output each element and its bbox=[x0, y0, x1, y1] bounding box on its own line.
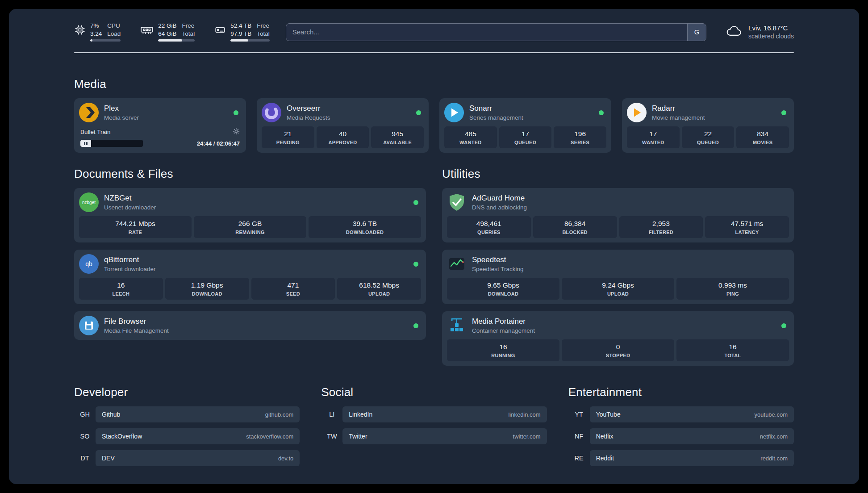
disk-total-label: Total bbox=[257, 30, 270, 37]
search-bar: G bbox=[286, 23, 706, 41]
bookmark-twitter[interactable]: TW Twitter twitter.com bbox=[321, 428, 547, 444]
resource-widgets: 7% 3.24 CPU Load bbox=[74, 22, 270, 42]
bookmark-url: twitter.com bbox=[513, 433, 541, 440]
stat-label: STOPPED bbox=[563, 353, 672, 358]
bookmark-stackoverflow[interactable]: SO StackOverflow stackoverflow.com bbox=[74, 428, 300, 444]
stat-value: 744.21 Mbps bbox=[81, 220, 190, 228]
service-name: Plex bbox=[104, 104, 139, 113]
filebrowser-icon bbox=[79, 316, 99, 335]
hard-drive-icon bbox=[214, 22, 226, 38]
service-name: File Browser bbox=[104, 317, 169, 326]
service-subtitle: Torrent downloader bbox=[104, 266, 156, 272]
stat-value: 2,953 bbox=[621, 220, 701, 228]
stat-value: 196 bbox=[555, 130, 605, 138]
bookmark-linkedin[interactable]: LI LinkedIn linkedin.com bbox=[321, 406, 547, 422]
stat-tile: 0.993 ms PING bbox=[676, 278, 789, 300]
stat-tile: 40 APPROVED bbox=[317, 126, 369, 148]
stat-value: 47.571 ms bbox=[707, 220, 787, 228]
service-name: Overseerr bbox=[287, 104, 330, 113]
stat-label: PING bbox=[678, 291, 787, 297]
service-card-portainer[interactable]: Media Portainer Container management 16 … bbox=[442, 311, 794, 366]
player-progress-bar[interactable] bbox=[80, 140, 143, 147]
stat-label: BLOCKED bbox=[535, 230, 615, 235]
stat-label: MOVIES bbox=[738, 140, 787, 145]
stat-tile: 945 AVAILABLE bbox=[371, 126, 424, 148]
radarr-icon bbox=[627, 103, 647, 122]
service-subtitle: Series management bbox=[469, 114, 523, 121]
service-subtitle: Media File Management bbox=[104, 327, 169, 334]
stat-tile: 485 WANTED bbox=[444, 126, 497, 148]
stat-label: LATENCY bbox=[707, 230, 787, 235]
bookmark-name: YouTube bbox=[596, 411, 621, 418]
bookmark-dev[interactable]: DT DEV dev.to bbox=[74, 450, 300, 466]
player-settings-gear-icon[interactable] bbox=[233, 128, 240, 136]
memory-widget: 22 GiB 64 GiB Free Total bbox=[140, 22, 195, 42]
stat-tile: 16 TOTAL bbox=[676, 339, 789, 361]
stat-label: QUEUED bbox=[501, 140, 550, 145]
cpu-load-value: 3.24 bbox=[90, 30, 102, 37]
service-name: Media Portainer bbox=[472, 317, 535, 326]
stat-label: PENDING bbox=[263, 140, 313, 145]
stat-label: UPLOAD bbox=[339, 291, 419, 297]
bookmark-name: Github bbox=[102, 411, 120, 418]
overseerr-icon bbox=[262, 103, 281, 122]
service-card-speedtest[interactable]: Speedtest Speedtest Tracking 9.65 Gbps D… bbox=[442, 250, 794, 304]
stat-value: 0.993 ms bbox=[678, 281, 787, 289]
disk-total-value: 97.9 TB bbox=[230, 30, 251, 37]
status-dot bbox=[781, 323, 786, 328]
service-card-filebrowser[interactable]: File Browser Media File Management bbox=[74, 311, 426, 340]
bookmark-netflix[interactable]: NF Netflix netflix.com bbox=[568, 428, 794, 444]
pause-icon[interactable] bbox=[84, 142, 88, 145]
search-provider-button[interactable]: G bbox=[687, 24, 706, 41]
service-subtitle: Container management bbox=[472, 327, 535, 334]
service-card-nzbget[interactable]: nzbget NZBGet Usenet downloader 744.21 M… bbox=[74, 188, 426, 242]
nzbget-icon: nzbget bbox=[79, 192, 99, 212]
service-card-qbittorrent[interactable]: qb qBittorrent Torrent downloader 16 bbox=[74, 250, 426, 304]
service-name: Radarr bbox=[652, 104, 705, 113]
stat-value: 22 bbox=[684, 130, 733, 138]
bookmark-youtube[interactable]: YT YouTube youtube.com bbox=[568, 406, 794, 422]
stat-tile: 17 WANTED bbox=[627, 126, 680, 148]
qbittorrent-icon: qb bbox=[79, 254, 99, 274]
topbar-divider bbox=[74, 52, 794, 53]
stat-label: RATE bbox=[81, 230, 190, 235]
bookmark-abbr: TW bbox=[321, 428, 342, 444]
stat-tile: 1.19 Gbps DOWNLOAD bbox=[165, 278, 249, 300]
stat-value: 17 bbox=[501, 130, 550, 138]
search-input[interactable] bbox=[286, 23, 706, 41]
service-card-plex[interactable]: Plex Media server Bullet Train bbox=[74, 98, 246, 153]
status-dot bbox=[781, 110, 786, 115]
stat-label: DOWNLOAD bbox=[449, 291, 558, 297]
stat-value: 618.52 Mbps bbox=[339, 281, 419, 289]
stat-label: REMAINING bbox=[196, 230, 305, 235]
service-card-radarr[interactable]: Radarr Movie management 17 WANTED 22 QUE… bbox=[622, 98, 794, 153]
service-card-overseerr[interactable]: Overseerr Media Requests 21 PENDING 40 A… bbox=[257, 98, 429, 153]
cpu-chip-icon bbox=[74, 22, 86, 38]
sonarr-icon bbox=[444, 103, 464, 122]
bookmark-name: Twitter bbox=[349, 433, 367, 440]
bookmark-reddit[interactable]: RE Reddit reddit.com bbox=[568, 450, 794, 466]
weather-location: Lviv, 16.87°C bbox=[748, 24, 794, 32]
stat-tile: 618.52 Mbps UPLOAD bbox=[337, 278, 421, 300]
service-card-sonarr[interactable]: Sonarr Series management 485 WANTED 17 Q… bbox=[439, 98, 611, 153]
stat-tile: 9.24 Gbps UPLOAD bbox=[562, 278, 674, 300]
stat-label: TOTAL bbox=[678, 353, 787, 358]
bookmark-url: reddit.com bbox=[760, 455, 788, 462]
bookmark-abbr: LI bbox=[321, 406, 342, 422]
weather-widget[interactable]: Lviv, 16.87°C scattered clouds bbox=[725, 24, 794, 40]
bookmark-group-social: Social LI LinkedIn linkedin.com TW Twitt… bbox=[321, 385, 547, 472]
bookmark-url: linkedin.com bbox=[508, 411, 540, 418]
bookmark-url: stackoverflow.com bbox=[246, 433, 293, 440]
service-card-adguard-home[interactable]: AdGuard Home DNS and adblocking 498,461 … bbox=[442, 188, 794, 242]
cpu-usage-label: CPU bbox=[107, 22, 121, 29]
stat-tile: 22 QUEUED bbox=[682, 126, 734, 148]
stat-value: 21 bbox=[263, 130, 313, 138]
stat-value: 16 bbox=[81, 281, 161, 289]
cpu-usage-value: 7% bbox=[90, 22, 102, 29]
bookmark-github[interactable]: GH Github github.com bbox=[74, 406, 300, 422]
stat-tile: 498,461 QUERIES bbox=[447, 216, 531, 238]
cpu-usage-bar bbox=[90, 39, 121, 42]
bookmark-name: Reddit bbox=[596, 455, 614, 462]
stat-tile: 17 QUEUED bbox=[499, 126, 552, 148]
status-dot bbox=[599, 110, 604, 115]
